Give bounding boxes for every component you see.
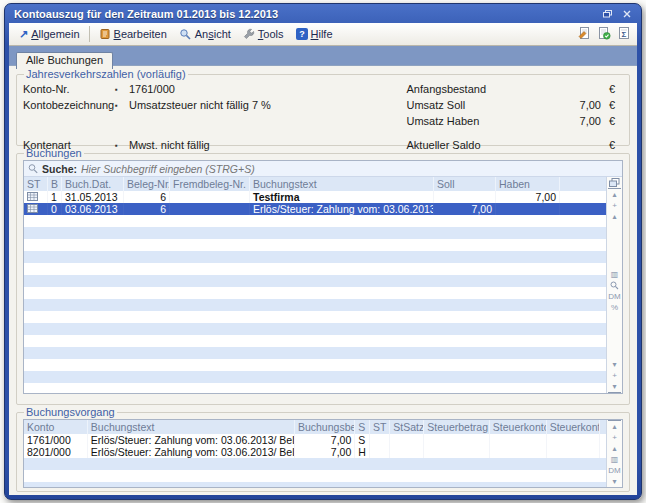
empty-row[interactable] — [24, 299, 606, 311]
empty-row[interactable] — [24, 323, 606, 335]
columns-button[interactable]: ▥ — [608, 269, 621, 280]
help-icon: ? — [296, 28, 308, 40]
transaction-legend: Buchungsvorgang — [24, 406, 117, 418]
tabstrip: Alle Buchungen — [9, 46, 637, 65]
col-steuerbetrag[interactable]: Steuerbetrag — [424, 420, 490, 434]
app-window: Kontoauszug für den Zeitraum 01.2013 bis… — [4, 3, 642, 500]
magnifier-icon — [179, 28, 192, 40]
arrow-ne-icon: ↗ — [19, 29, 28, 39]
menu-bearbeiten[interactable]: Bearbeiten — [93, 25, 173, 43]
col-st[interactable]: ST — [370, 420, 390, 434]
close-icon — [623, 10, 631, 18]
toolbar-separator — [89, 26, 90, 42]
col-steuerkonto-2[interactable]: Steuerkonto 2 — [547, 420, 600, 434]
document-sigma-icon: Σ — [617, 26, 631, 40]
empty-row[interactable] — [24, 311, 606, 323]
empty-row[interactable] — [24, 371, 606, 383]
window-title: Kontoauszug für den Zeitraum 01.2013 bis… — [14, 8, 600, 20]
transaction-row[interactable]: 1761/000 Erlös/Steuer: Zahlung vom: 03.0… — [24, 434, 606, 446]
col-steuerkonto-1[interactable]: Steuerkonto 1 — [490, 420, 547, 434]
next-row-button[interactable]: ▾ — [608, 359, 621, 370]
menu-ansicht[interactable]: Ansicht — [173, 25, 237, 43]
empty-row[interactable] — [24, 347, 606, 359]
empty-row[interactable] — [24, 215, 606, 227]
empty-row[interactable] — [24, 239, 606, 251]
col-buchungsbetrag[interactable]: Buchungsbetrag — [295, 420, 355, 434]
svg-text:?: ? — [299, 29, 305, 39]
zoom-button[interactable] — [608, 280, 621, 291]
sum-document-button[interactable]: Σ — [617, 26, 631, 42]
prev-row-button[interactable]: ▴ — [608, 443, 621, 454]
col-buchdat[interactable]: Buch.Dat. — [62, 177, 124, 191]
move-up-button[interactable]: + — [608, 200, 621, 211]
go-last-button[interactable]: ▾ — [608, 381, 621, 393]
currency-dm-button[interactable]: DM — [608, 465, 621, 476]
empty-row[interactable] — [24, 458, 606, 470]
menu-allgemein[interactable]: ↗ Allgemein — [13, 25, 86, 43]
columns-button[interactable]: ▥ — [608, 454, 621, 465]
booking-row-selected[interactable]: 0 03.06.2013 6 Erlös/Steuer: Zahlung vom… — [24, 203, 606, 215]
transaction-row[interactable]: 8201/000 Erlös/Steuer: Zahlung vom: 03.0… — [24, 446, 606, 458]
empty-row[interactable] — [24, 482, 606, 487]
layers-icon — [609, 178, 620, 188]
empty-row[interactable] — [24, 251, 606, 263]
go-first-button[interactable]: ▴ — [608, 420, 621, 432]
restore-button[interactable] — [600, 8, 614, 20]
titlebar: Kontoauszug für den Zeitraum 01.2013 bis… — [5, 4, 641, 22]
summary-legend: Jahresverkehrszahlen (vorläufig) — [24, 68, 188, 80]
svg-text:Σ: Σ — [622, 30, 627, 39]
menu-hilfe[interactable]: ? Hilfe — [290, 25, 339, 43]
grid-icon — [27, 192, 38, 201]
go-first-button[interactable]: ▴ — [608, 188, 621, 200]
empty-row[interactable] — [24, 335, 606, 347]
select-columns-button[interactable] — [608, 177, 621, 188]
empty-row[interactable] — [24, 287, 606, 299]
magnifier-icon — [610, 281, 619, 290]
transaction-header-row: Konto Buchungstext Buchungsbetrag S ST S… — [24, 420, 606, 434]
col-buchungstext[interactable]: Buchungstext — [88, 420, 295, 434]
percent-button[interactable]: % — [608, 302, 621, 313]
empty-row[interactable] — [24, 227, 606, 239]
col-b[interactable]: B — [48, 177, 62, 191]
empty-row[interactable] — [24, 275, 606, 287]
move-down-button[interactable]: + — [608, 370, 621, 381]
close-button[interactable] — [620, 8, 634, 20]
bullet-icon: ▪ — [115, 101, 129, 110]
search-label: Suche: — [42, 163, 77, 175]
col-s[interactable]: S — [355, 420, 370, 434]
col-st[interactable]: ST — [24, 177, 48, 191]
transaction-scroll-strip: ▴ + ▴ ▥ DM ▾ — [606, 420, 622, 487]
menu-tools[interactable]: Tools — [237, 25, 290, 43]
field-kontobezeichnung: Kontobezeichnung ▪ Umsatzsteuer nicht fä… — [23, 97, 407, 113]
empty-row[interactable] — [24, 359, 606, 371]
col-fremdbeleg-nr[interactable]: Fremdbeleg-Nr. — [170, 177, 250, 191]
currency-dm-button[interactable]: DM — [608, 291, 621, 302]
field-umsatz-haben: Umsatz Haben 7,00 € — [407, 113, 615, 129]
report-tool-button[interactable] — [577, 26, 591, 42]
search-input[interactable] — [81, 163, 618, 175]
summary-groupbox: Jahresverkehrszahlen (vorläufig) Konto-N… — [16, 68, 630, 146]
restore-icon — [603, 10, 612, 18]
content-panel: Jahresverkehrszahlen (vorläufig) Konto-N… — [9, 65, 637, 495]
toolbar: ↗ Allgemein Bearbeiten Ansicht Tools ? H… — [9, 23, 637, 46]
col-konto[interactable]: Konto — [24, 420, 88, 434]
move-up-button[interactable]: + — [608, 432, 621, 443]
col-stsatz[interactable]: StSatz — [390, 420, 424, 434]
col-haben[interactable]: Haben — [496, 177, 560, 191]
field-anfangsbestand: Anfangsbestand € — [407, 81, 615, 97]
confirm-document-button[interactable] — [597, 26, 611, 42]
empty-row[interactable] — [24, 263, 606, 275]
col-filler — [560, 177, 606, 191]
col-beleg-nr[interactable]: Beleg-Nr. — [124, 177, 170, 191]
tab-alle-buchungen[interactable]: Alle Buchungen — [16, 52, 113, 69]
col-buchungstext[interactable]: Buchungstext — [250, 177, 434, 191]
col-soll[interactable]: Soll — [434, 177, 496, 191]
prev-row-button[interactable]: ▴ — [608, 211, 621, 222]
search-icon — [28, 163, 38, 174]
empty-row[interactable] — [24, 470, 606, 482]
field-umsatz-soll: Umsatz Soll 7,00 € — [407, 97, 615, 113]
next-row-button[interactable]: ▾ — [608, 476, 621, 487]
transaction-groupbox: Buchungsvorgang Konto Buchungstext Buchu… — [16, 406, 630, 492]
document-hammer-icon — [577, 26, 591, 40]
booking-row[interactable]: 1 31.05.2013 6 Testfirma 7,00 — [24, 191, 606, 203]
